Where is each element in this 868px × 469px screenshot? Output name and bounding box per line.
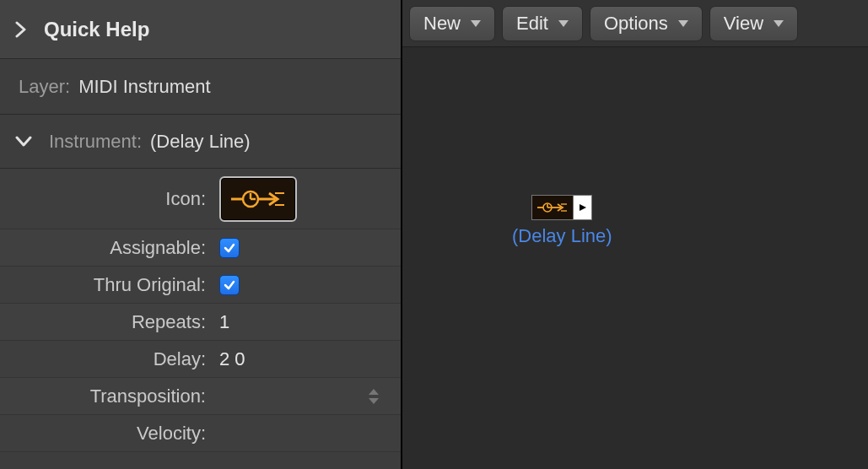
prop-thru-original: Thru Original: <box>0 267 401 304</box>
view-menu-button[interactable]: View <box>709 6 798 41</box>
chevron-right-icon <box>15 21 27 38</box>
node-icon <box>531 195 574 220</box>
prop-transposition[interactable]: Transposition: <box>0 378 401 415</box>
delay-line-node[interactable]: (Delay Line) <box>512 195 612 247</box>
prop-velocity-label: Velocity: <box>0 423 211 445</box>
prop-assignable: Assignable: <box>0 229 401 267</box>
environment-canvas[interactable]: (Delay Line) <box>402 47 868 469</box>
assignable-checkbox[interactable] <box>219 238 240 258</box>
chevron-down-icon <box>471 20 481 27</box>
options-menu-label: Options <box>604 13 668 35</box>
node-header <box>531 195 592 220</box>
chevron-down-icon <box>558 20 569 27</box>
new-menu-button[interactable]: New <box>409 6 495 41</box>
inspector-panel: Quick Help Layer: MIDI Instrument Instru… <box>0 0 402 469</box>
chevron-down-icon <box>15 136 32 148</box>
prop-icon: Icon: <box>0 169 401 229</box>
layer-row[interactable]: Layer: MIDI Instrument <box>0 59 401 115</box>
delay-line-icon <box>229 186 288 213</box>
thru-original-checkbox[interactable] <box>219 275 240 295</box>
new-menu-label: New <box>423 13 461 35</box>
prop-delay[interactable]: Delay: 2 0 <box>0 341 401 378</box>
transposition-stepper[interactable] <box>369 385 384 407</box>
view-menu-label: View <box>724 13 763 35</box>
node-label: (Delay Line) <box>512 225 612 247</box>
port-triangle-icon <box>578 202 588 213</box>
layer-label: Layer: <box>19 76 70 98</box>
app-window: Quick Help Layer: MIDI Instrument Instru… <box>0 0 868 469</box>
options-menu-button[interactable]: Options <box>590 6 703 41</box>
chevron-up-icon <box>369 389 379 395</box>
instrument-value: (Delay Line) <box>150 131 251 153</box>
chevron-down-icon <box>678 20 688 27</box>
edit-menu-button[interactable]: Edit <box>502 6 583 41</box>
quick-help-title: Quick Help <box>44 18 149 41</box>
layer-value: MIDI Instrument <box>78 76 210 98</box>
node-output-port[interactable] <box>574 195 592 220</box>
prop-delay-value: 2 0 <box>219 348 245 370</box>
instrument-row[interactable]: Instrument: (Delay Line) <box>0 115 401 169</box>
edit-menu-label: Edit <box>516 13 548 35</box>
prop-assignable-label: Assignable: <box>0 237 211 259</box>
prop-thru-original-label: Thru Original: <box>0 274 211 296</box>
prop-transposition-label: Transposition: <box>0 385 211 407</box>
icon-well[interactable] <box>219 176 297 222</box>
delay-line-icon <box>536 200 569 215</box>
prop-delay-label: Delay: <box>0 348 211 370</box>
instrument-label: Instrument: <box>49 131 142 153</box>
chevron-down-icon <box>369 398 379 404</box>
prop-repeats[interactable]: Repeats: 1 <box>0 304 401 341</box>
prop-icon-label: Icon: <box>0 188 211 210</box>
property-list: Icon: <box>0 169 401 452</box>
quick-help-header[interactable]: Quick Help <box>0 0 401 59</box>
prop-repeats-value: 1 <box>219 311 229 333</box>
prop-velocity[interactable]: Velocity: <box>0 415 401 452</box>
environment-toolbar: New Edit Options View <box>402 0 868 47</box>
environment-panel: New Edit Options View <box>402 0 868 469</box>
prop-repeats-label: Repeats: <box>0 311 211 333</box>
chevron-down-icon <box>774 20 784 27</box>
svg-marker-14 <box>580 204 586 211</box>
